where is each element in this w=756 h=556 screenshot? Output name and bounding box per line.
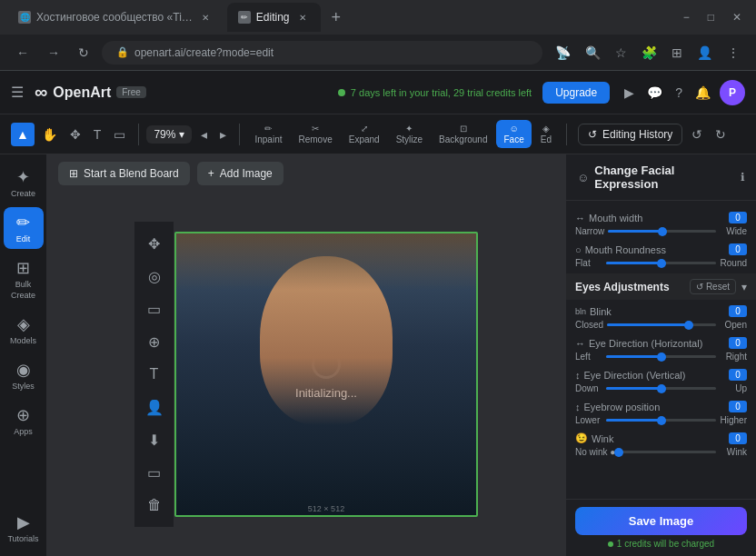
eyebrow-label-row: ↕ Eyebrow position 0: [575, 401, 747, 412]
eye-dir-v-slider[interactable]: [606, 387, 716, 390]
wink-slider[interactable]: [619, 451, 716, 453]
eye-dir-h-label-row: ↔ Eye Direction (Horizontal) 0: [575, 337, 747, 349]
tab-1[interactable]: 🌐 Хостинговое сообщество «Ti… ✕: [7, 3, 224, 32]
undo-button[interactable]: ↺: [686, 123, 708, 146]
canvas-delete-tool[interactable]: 🗑: [140, 491, 169, 520]
mouth-width-label: ↔ Mouth width: [575, 213, 642, 223]
sidebar-tutorials-label: Tutorials: [7, 534, 38, 543]
youtube-icon[interactable]: ▶: [621, 82, 638, 104]
eyes-collapse-button[interactable]: ▾: [741, 281, 747, 293]
sidebar-item-create[interactable]: ✦ Create: [4, 162, 44, 204]
address-input[interactable]: 🔒 openart.ai/create?mode=edit: [102, 41, 542, 65]
canvas-layers-tool[interactable]: ⊕: [140, 327, 169, 356]
wink-min: No wink ●: [575, 447, 615, 457]
save-image-button[interactable]: Save Image: [575, 507, 747, 535]
extension-icon[interactable]: 🧩: [636, 42, 662, 64]
star-icon[interactable]: ☆: [610, 42, 632, 64]
maximize-button[interactable]: □: [701, 7, 721, 27]
canvas-frame-tool[interactable]: ▭: [140, 458, 169, 487]
eye-dir-h-slider[interactable]: [606, 355, 716, 358]
profile-icon[interactable]: 👤: [691, 42, 718, 64]
back-button[interactable]: ←: [11, 42, 35, 64]
stylize-tool-button[interactable]: ✦ Stylize: [389, 120, 430, 148]
sidebar-toggle-button[interactable]: ☰: [11, 84, 24, 101]
expand-icon: ⤢: [361, 124, 368, 134]
sidebar-item-bulk-create[interactable]: ⊞ Bulk Create: [4, 253, 44, 305]
inpaint-tool-button[interactable]: ✏ Inpaint: [247, 120, 289, 148]
eye-dir-h-fill: [606, 355, 662, 358]
mouth-width-slider[interactable]: [608, 230, 716, 233]
blend-board-button[interactable]: ⊞ Start a Blend Board: [58, 162, 190, 185]
upgrade-button[interactable]: Upgrade: [542, 82, 610, 104]
background-tool-button[interactable]: ⊡ Background: [432, 120, 494, 148]
ed-tool-button[interactable]: ◈ Ed: [533, 120, 559, 148]
sidebar-item-apps[interactable]: ⊕ Apps: [4, 400, 44, 442]
mouth-width-track-row: Narrow Wide: [575, 226, 747, 236]
eye-dir-v-row: ↕ Eye Direction (Vertical) 0 Down Up: [566, 365, 756, 397]
wink-max: Wink: [720, 447, 747, 457]
eye-dir-v-thumb[interactable]: [657, 384, 666, 393]
canvas-select-tool[interactable]: ✥: [140, 229, 169, 258]
cast-icon[interactable]: 📡: [550, 42, 576, 64]
mouth-roundness-slider[interactable]: [606, 262, 716, 264]
canvas-circle-tool[interactable]: ◎: [140, 262, 169, 291]
mouth-width-thumb[interactable]: [658, 227, 667, 236]
discord-icon[interactable]: 💬: [643, 82, 666, 104]
sidebar-item-tutorials[interactable]: ▶ Tutorials: [4, 507, 44, 549]
eye-dir-h-min: Left: [575, 352, 602, 362]
eye-dir-h-thumb[interactable]: [657, 352, 666, 362]
background-label: Background: [439, 134, 487, 144]
logo-symbol: ∞: [35, 82, 47, 103]
editing-history-button[interactable]: ↺ Editing History: [578, 124, 682, 145]
add-image-button[interactable]: + Add Image: [197, 162, 284, 185]
tab-groups-icon[interactable]: ⊞: [666, 42, 688, 64]
info-icon[interactable]: ℹ: [741, 171, 745, 184]
remove-tool-button[interactable]: ✂ Remove: [291, 120, 339, 148]
eyebrow-value: 0: [729, 401, 747, 412]
tab-1-close[interactable]: ✕: [198, 10, 213, 25]
tab-2[interactable]: ✏ Editing ✕: [227, 3, 321, 32]
canvas-download-tool[interactable]: ⬇: [140, 425, 169, 454]
wink-thumb[interactable]: [614, 448, 623, 457]
new-tab-button[interactable]: +: [324, 5, 349, 31]
sidebar-item-edit[interactable]: ✏ Edit: [4, 207, 44, 249]
tab-bar: 🌐 Хостинговое сообщество «Ti… ✕ ✏ Editin…: [0, 0, 756, 35]
eye-dir-h-track-row: Left Right: [575, 352, 747, 362]
forward-button[interactable]: →: [42, 42, 65, 64]
help-icon[interactable]: ?: [671, 82, 686, 104]
tab-2-close[interactable]: ✕: [295, 10, 310, 25]
reload-button[interactable]: ↻: [73, 42, 94, 64]
menu-icon[interactable]: ⋮: [721, 42, 745, 64]
prev-button[interactable]: ◂: [195, 123, 213, 146]
text-tool-button[interactable]: T: [88, 123, 107, 146]
shape-tool-button[interactable]: ▭: [108, 123, 131, 146]
mouth-width-max: Wide: [720, 226, 747, 236]
blink-thumb[interactable]: [684, 321, 693, 330]
eyes-reset-button[interactable]: ↺ Reset: [690, 279, 736, 294]
sidebar-bulk-label2: Create: [11, 291, 35, 300]
search-icon[interactable]: 🔍: [580, 42, 606, 64]
canvas-text-tool[interactable]: T: [140, 360, 169, 389]
blink-slider[interactable]: [607, 323, 716, 326]
select-tool-button[interactable]: ▲: [11, 123, 35, 146]
canvas-rect-tool[interactable]: ▭: [140, 294, 169, 323]
mouth-roundness-thumb[interactable]: [657, 259, 666, 268]
bell-icon[interactable]: 🔔: [691, 82, 714, 104]
close-button[interactable]: ✕: [725, 7, 749, 27]
sidebar-item-styles[interactable]: ◉ Styles: [4, 354, 44, 396]
eyebrow-slider[interactable]: [606, 419, 716, 422]
zoom-control[interactable]: 79% ▾: [146, 125, 192, 144]
hand-tool-button[interactable]: ✋: [36, 123, 63, 146]
mouth-width-value: 0: [729, 212, 747, 223]
move-tool-button[interactable]: ✥: [65, 123, 86, 146]
eyebrow-thumb[interactable]: [657, 416, 666, 425]
expand-tool-button[interactable]: ⤢ Expand: [342, 120, 387, 148]
face-tool-button[interactable]: ☺ Face: [496, 120, 531, 148]
redo-button[interactable]: ↻: [710, 123, 731, 146]
next-button[interactable]: ▸: [214, 123, 232, 146]
avatar[interactable]: P: [720, 80, 745, 105]
canvas-person-tool[interactable]: 👤: [140, 392, 169, 422]
tab-1-title: Хостинговое сообщество «Ti…: [36, 11, 193, 24]
sidebar-item-models[interactable]: ◈ Models: [4, 309, 44, 351]
minimize-button[interactable]: −: [676, 7, 697, 27]
